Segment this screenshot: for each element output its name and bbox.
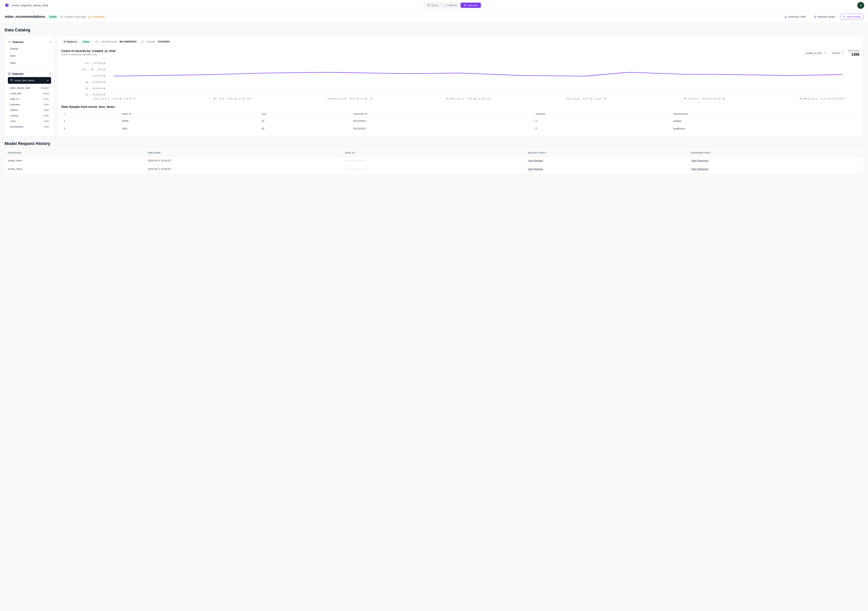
main-panel: BigQuery Active | Last Refreshed Mon 08/… xyxy=(57,36,863,136)
data-sample-table: # USER_ID AGE CREATED AT GENDER PROFESSI… xyxy=(61,111,859,133)
view-request-link[interactable]: View Request xyxy=(528,167,543,170)
field-row: crime Int64 xyxy=(8,119,51,124)
page-header: video_recommendations Active Created 4 d… xyxy=(0,11,868,23)
svg-text:Thu 02/01: Thu 02/01 xyxy=(682,97,726,100)
main-content: Data Catalog Features + Events › Item xyxy=(0,23,868,178)
col-operation: OPERATION xyxy=(5,149,145,156)
search-icon xyxy=(427,4,430,7)
panel-meta: Last Refreshed Mon 08/05/2024 xyxy=(95,40,136,43)
page-warnings: 2 Warnings xyxy=(88,15,105,18)
svg-rect-2 xyxy=(464,5,465,5)
sidebar-item-events[interactable]: Events › xyxy=(8,45,51,53)
chevron-right-icon: › xyxy=(48,48,49,50)
sidebar-item-user[interactable]: User › xyxy=(8,59,51,67)
datasets-header[interactable]: Datasets + xyxy=(8,71,51,77)
view-activity-button[interactable]: View Activity xyxy=(840,14,863,20)
clock-icon xyxy=(60,15,63,18)
page-header-left: video_recommendations Active Created 4 d… xyxy=(5,15,105,19)
svg-text:Mon 01/22: Mon 01/22 xyxy=(445,97,491,100)
col-num: # xyxy=(61,111,119,117)
col-user-id: USER_ID xyxy=(119,111,259,117)
status-badge: Active xyxy=(48,15,58,19)
svg-rect-10 xyxy=(8,73,11,74)
chart-title-block: Count of records by 'created_at_time' Co… xyxy=(61,49,116,56)
nav-tabs: Query Metrics Overview xyxy=(423,2,482,9)
sidebar-item-item[interactable]: Item › xyxy=(8,53,51,59)
svg-rect-11 xyxy=(8,74,11,75)
panel-header: BigQuery Active | Last Refreshed Mon 08/… xyxy=(61,40,859,46)
field-row: comedy Int64 xyxy=(8,113,51,119)
total-count-block: Total Count 19M xyxy=(848,49,859,57)
chart-controls: created_at_time All time Total Count 19M xyxy=(803,49,859,57)
line-chart: 2.2M 2.1 M 2M 1.9M 1.8M 1.6M Sun 01/07 F… xyxy=(61,59,859,101)
download-yaml-button[interactable]: Download YAML xyxy=(781,14,809,20)
field-row: movie_title String xyxy=(8,91,51,96)
refresh-icon xyxy=(95,40,98,43)
history-section: Model Request History OPERATION TIMESTAM… xyxy=(5,141,863,173)
svg-text:Sun 01/07: Sun 01/07 xyxy=(92,97,137,100)
chart-filter-select[interactable]: created_at_time xyxy=(803,51,828,56)
svg-text:Wed 01/17: Wed 01/17 xyxy=(327,97,374,100)
history-row: similar_items 2024-09-12 18:56:02 ------… xyxy=(5,156,863,165)
features-section: Features + Events › Item › User › xyxy=(8,39,51,67)
tab-query[interactable]: Query xyxy=(424,3,441,8)
history-title: Model Request History xyxy=(5,141,863,146)
chart-container: 2.2M 2.1 M 2M 1.9M 1.8M 1.6M Sun 01/07 F… xyxy=(61,59,859,101)
table-body: 1 28458 20 02/15/2023 F student 2 1828 2… xyxy=(61,117,859,133)
view-response-link[interactable]: View Response xyxy=(691,167,708,170)
features-add-button[interactable]: + xyxy=(49,40,51,44)
svg-text:1.8M: 1.8M xyxy=(84,87,105,90)
download-icon xyxy=(784,15,787,18)
dataset-movie-lens-items[interactable]: movie_lens_items ∨ xyxy=(8,77,51,84)
page-created-meta: Created 4 days ago xyxy=(60,15,86,18)
svg-text:1.6M: 1.6M xyxy=(84,93,105,96)
col-timestamp: TIMESTAMP xyxy=(145,149,342,156)
datasets-add-button[interactable]: + xyxy=(49,72,51,76)
svg-text:Fri 01/12: Fri 01/12 xyxy=(213,97,252,100)
sample-title: Data Sample from movie_lens_items xyxy=(61,105,859,108)
request-details-button[interactable]: Request Details xyxy=(811,14,838,20)
bigquery-badge: BigQuery xyxy=(61,40,79,44)
key-icon xyxy=(141,40,144,43)
field-list: video_release_date Float32 movie_title S… xyxy=(8,85,51,130)
page-header-actions: Download YAML Request Details View Activ… xyxy=(781,14,863,20)
features-header[interactable]: Features + xyxy=(8,39,51,45)
chevron-right-icon: › xyxy=(48,62,49,64)
field-row: aniamtion Int64 xyxy=(8,102,51,107)
svg-point-15 xyxy=(64,41,66,42)
brand: Home / segment_stream_feed xyxy=(4,2,48,8)
table-head: # USER_ID AGE CREATED AT GENDER PROFESSI… xyxy=(61,111,859,117)
chart-subtitle: Count of records by replication key xyxy=(61,53,116,56)
chevron-down-icon: ∨ xyxy=(47,79,49,82)
svg-text:2.1 M: 2.1 M xyxy=(81,68,105,71)
metrics-icon xyxy=(445,4,448,7)
col-gender: GENDER xyxy=(533,111,671,117)
breadcrumb: Home / segment_stream_feed xyxy=(12,4,48,7)
warning-icon xyxy=(88,15,91,18)
table-row: 2 1828 25 02/15/2023 F healthcare xyxy=(61,125,859,133)
tab-metrics[interactable]: Metrics xyxy=(442,3,460,8)
data-sample-section: Data Sample from movie_lens_items # USER… xyxy=(61,105,859,133)
svg-rect-4 xyxy=(464,6,465,6)
top-nav: Home / segment_stream_feed Query Metrics… xyxy=(0,0,868,11)
catalog-layout: Features + Events › Item › User › xyxy=(5,36,863,136)
datasets-icon xyxy=(8,72,11,75)
chart-header: Count of records by 'created_at_time' Co… xyxy=(61,49,859,57)
tab-overview[interactable]: Overview xyxy=(460,3,481,8)
page-title: video_recommendations xyxy=(5,15,45,19)
col-request-body: REQUEST BODY xyxy=(525,149,688,156)
table-row: 1 28458 20 02/15/2023 F student xyxy=(61,117,859,125)
features-icon xyxy=(8,40,11,43)
col-user-id: USER_ID xyxy=(342,149,524,156)
svg-rect-13 xyxy=(10,80,12,81)
history-row: similar_items 2024-09-12 18:56:02 ------… xyxy=(5,165,863,173)
chevron-right-icon: › xyxy=(48,54,49,57)
chart-time-select[interactable]: All time xyxy=(830,51,845,56)
datasets-section: Datasets + movie_lens_items ∨ video_rele… xyxy=(8,71,51,130)
view-request-link[interactable]: View Request xyxy=(528,159,543,162)
history-header-row: OPERATION TIMESTAMP USER_ID REQUEST BODY… xyxy=(5,149,863,156)
col-age: AGE xyxy=(259,111,351,117)
col-profession: PROFESSION xyxy=(671,111,859,117)
view-response-link[interactable]: View Response xyxy=(691,159,708,162)
svg-rect-12 xyxy=(10,79,12,80)
